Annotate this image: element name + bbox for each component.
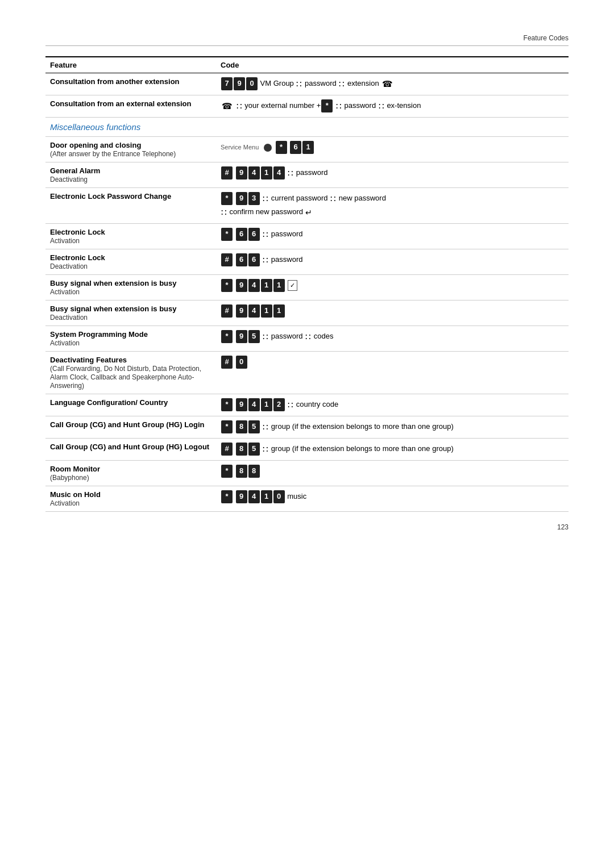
- grid-icon: ∷: [263, 192, 268, 206]
- code-cell: Service Menu * 61: [216, 137, 569, 162]
- feature-main: Electronic Lock Password Change: [50, 192, 171, 201]
- key-hash: #: [221, 166, 233, 180]
- feature-sub: Activation: [50, 339, 80, 347]
- feature-main: Door opening and closing: [50, 141, 141, 149]
- table-row: Consultation from an external extension☎…: [45, 95, 569, 118]
- key-hash: #: [221, 356, 233, 369]
- feature-cell: Electronic LockDeactivation: [45, 249, 216, 275]
- key-digit: 1: [261, 490, 272, 503]
- key-digit: 1: [261, 304, 272, 318]
- code-cell: # 66 ∷ password: [216, 249, 569, 275]
- key-digit: 3: [248, 192, 260, 205]
- circle-icon: [264, 144, 272, 152]
- code-cell: * 9410 music: [216, 486, 569, 512]
- key-digit: 9: [236, 166, 247, 180]
- key-digit: 4: [248, 490, 260, 503]
- feature-cell: Consultation from another extension: [45, 73, 216, 95]
- feature-cell: Language Configuration/ Country: [45, 394, 216, 416]
- key-digit: 6: [248, 228, 260, 241]
- feature-main: Room Monitor: [50, 465, 100, 473]
- feature-codes-table: Feature Code Consultation from another e…: [45, 56, 569, 512]
- feature-main: General Alarm: [50, 166, 100, 175]
- feature-sub: (Call Forwarding, Do Not Disturb, Data P…: [50, 365, 201, 390]
- table-row: Room Monitor(Babyphone)* 88: [45, 461, 569, 486]
- col-feature-header: Feature: [45, 57, 216, 73]
- feature-cell: General AlarmDeactivating: [45, 162, 216, 188]
- code-cell: * 9411 ✓: [216, 275, 569, 301]
- key-digit: 8: [248, 465, 260, 478]
- grid-icon: ∷: [221, 206, 227, 219]
- feature-sub: (Babyphone): [50, 474, 89, 482]
- key-digit: 6: [290, 141, 301, 154]
- grid-icon: ∷: [263, 443, 268, 456]
- table-row: Door opening and closing(After answer by…: [45, 137, 569, 162]
- key-digit: 8: [236, 443, 247, 456]
- feature-cell: Electronic Lock Password Change: [45, 188, 216, 224]
- key-digit: 9: [236, 192, 247, 205]
- code-cell: # 0: [216, 352, 569, 394]
- key-digit: 1: [273, 279, 285, 292]
- key-digit: 1: [302, 141, 314, 154]
- code-cell: * 93 ∷ current password ∷ new password∷ …: [216, 188, 569, 224]
- feature-sub: (After answer by the Entrance Telephone): [50, 150, 176, 158]
- grid-icon: ∷: [263, 420, 268, 434]
- key-star: *: [221, 398, 233, 411]
- key-star: *: [221, 228, 233, 241]
- feature-main: Electronic Lock: [50, 253, 105, 262]
- feature-main: Busy signal when extension is busy: [50, 279, 177, 287]
- key-digit: 5: [248, 330, 260, 343]
- phone-icon: ☎: [382, 77, 393, 91]
- table-row: Busy signal when extension is busyDeacti…: [45, 301, 569, 326]
- key-digit: 9: [236, 304, 247, 318]
- table-row: General AlarmDeactivating# 9414 ∷ passwo…: [45, 162, 569, 188]
- key-digit: 9: [234, 77, 245, 90]
- key-star: *: [321, 99, 333, 112]
- key-digit: 4: [273, 166, 285, 180]
- grid-icon: ∷: [288, 166, 293, 180]
- feature-main: System Programming Mode: [50, 330, 148, 339]
- key-star: *: [221, 279, 233, 292]
- code-cell: # 9411: [216, 301, 569, 326]
- key-digit: 5: [248, 443, 260, 456]
- page-header: Feature Codes: [45, 34, 569, 46]
- grid-icon: ∷: [305, 330, 311, 344]
- code-cell: * 85 ∷ group (if the extension belongs t…: [216, 416, 569, 439]
- table-row: Electronic LockDeactivation# 66 ∷ passwo…: [45, 249, 569, 275]
- key-star: *: [221, 420, 233, 433]
- feature-main: Language Configuration/ Country: [50, 398, 168, 407]
- feature-cell: Electronic LockActivation: [45, 224, 216, 249]
- feature-main: Electronic Lock: [50, 228, 105, 236]
- code-cell: ☎ ∷ your external number +* ∷ password ∷…: [216, 95, 569, 118]
- feature-main: Consultation from an external extension: [50, 99, 192, 108]
- key-hash: #: [221, 443, 233, 456]
- key-digit: 4: [248, 398, 260, 411]
- key-digit: 0: [273, 490, 285, 503]
- feature-sub: Activation: [50, 499, 80, 507]
- grid-icon: ∷: [237, 99, 242, 113]
- feature-sub: Deactivating: [50, 176, 88, 183]
- table-row: Music on HoldActivation* 9410 music: [45, 486, 569, 512]
- service-menu-label: Service Menu: [221, 144, 259, 151]
- feature-cell: Music on HoldActivation: [45, 486, 216, 512]
- grid-icon: ∷: [263, 253, 268, 267]
- feature-cell: Busy signal when extension is busyDeacti…: [45, 301, 216, 326]
- section-header-row: Miscellaneous functions: [45, 118, 569, 137]
- feature-main: Deactivating Features: [50, 356, 127, 364]
- key-digit: 6: [236, 253, 247, 266]
- key-digit: 4: [248, 279, 260, 292]
- table-row: Electronic LockActivation* 66 ∷ password: [45, 224, 569, 249]
- check-icon: ✓: [288, 280, 297, 291]
- grid-icon: ∷: [336, 99, 342, 113]
- feature-cell: Call Group (CG) and Hunt Group (HG) Logi…: [45, 416, 216, 439]
- key-digit: 1: [261, 398, 272, 411]
- table-row: Language Configuration/ Country* 9412 ∷ …: [45, 394, 569, 416]
- key-star: *: [221, 192, 233, 205]
- key-digit: 9: [236, 398, 247, 411]
- table-row: Busy signal when extension is busyActiva…: [45, 275, 569, 301]
- feature-cell: Door opening and closing(After answer by…: [45, 137, 216, 162]
- feature-main: Music on Hold: [50, 490, 101, 499]
- key-hash: #: [221, 253, 233, 266]
- key-digit: 4: [248, 304, 260, 318]
- grid-icon: ∷: [339, 77, 345, 91]
- key-digit: 1: [261, 279, 272, 292]
